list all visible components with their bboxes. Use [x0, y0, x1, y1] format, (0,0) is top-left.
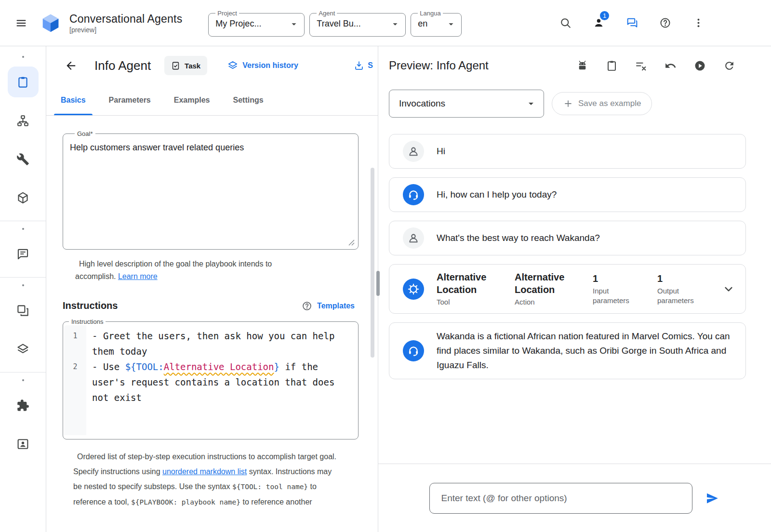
app-logo-icon [40, 12, 62, 34]
user-avatar [403, 227, 424, 249]
goal-field-label: Goal* [75, 130, 95, 137]
preview-title: Preview: Info Agent [389, 59, 489, 72]
headset-icon [407, 345, 420, 357]
chat-message-user: Hi [389, 134, 746, 169]
user-avatar [403, 141, 424, 162]
debug-button[interactable] [575, 59, 589, 73]
hamburger-menu-button[interactable] [14, 16, 28, 30]
chat-input[interactable] [429, 483, 692, 514]
resize-handle[interactable] [348, 239, 355, 246]
help-button[interactable] [658, 16, 672, 30]
code-text: - Use ${TOOL:Alternative Location} if th… [86, 359, 357, 405]
rail-item-chat-bubble[interactable] [8, 239, 39, 269]
inline-link[interactable]: unordered markdown list [162, 467, 247, 476]
line-number: 1 [64, 328, 86, 359]
goal-textarea[interactable]: Help customers answer travel related que… [70, 139, 351, 154]
preview-toolbar: Invocations Save as example [378, 85, 771, 125]
invocations-select[interactable]: Invocations [389, 90, 544, 118]
code-line[interactable]: 2- Use ${TOOL:Alternative Location} if t… [64, 359, 357, 405]
preview-panel: Preview: Info Agent Invocations Save as … [378, 46, 771, 532]
topbar: Conversational Agents [preview] Project … [0, 0, 771, 46]
copy-conversation-button[interactable] [605, 59, 619, 73]
search-button[interactable] [558, 16, 572, 30]
save-as-example-button[interactable]: Save as example [552, 92, 652, 115]
tab-basics[interactable]: Basics [49, 85, 97, 115]
inline-link[interactable]: Learn more [118, 272, 158, 280]
refresh-icon [723, 60, 735, 72]
send-button[interactable] [704, 490, 720, 506]
line-number: 2 [64, 359, 86, 405]
chat-message-agent: Wakanda is a fictional African nation fe… [389, 322, 746, 379]
rail-section-dot [22, 228, 24, 230]
menu-icon [15, 17, 27, 29]
tool-col-label: Tool [437, 297, 502, 307]
more-vert-icon [692, 17, 705, 29]
tool-col-value: Alternative Location [515, 271, 580, 296]
rail-item-layers[interactable] [8, 333, 39, 364]
android-icon [576, 60, 588, 72]
back-button[interactable] [64, 58, 78, 73]
tool-col: 1Output parameters [657, 272, 709, 306]
task-chip-label: Task [185, 62, 200, 70]
tab-parameters[interactable]: Parameters [97, 85, 162, 115]
restart-button[interactable] [722, 59, 736, 73]
chevron-down-icon [390, 19, 400, 29]
more-options-button[interactable] [691, 16, 705, 30]
chat-feedback-button[interactable] [625, 16, 639, 30]
app-title-block: Conversational Agents [preview] [69, 13, 182, 34]
tool-avatar [403, 279, 424, 300]
rail-section-dot [22, 379, 24, 381]
search-icon [559, 17, 572, 29]
code-line[interactable]: 1- Greet the users, then ask how you can… [64, 328, 357, 359]
tool-col-label: Input parameters [593, 286, 645, 306]
instructions-helper-text: Ordered list of step-by-step execution i… [63, 439, 337, 510]
task-doc-icon [171, 61, 180, 70]
clear-list-icon [635, 60, 647, 72]
tool-col: Alternative LocationAction [515, 271, 580, 307]
chevron-down-icon[interactable] [722, 282, 735, 296]
rail-item-wrench[interactable] [8, 144, 39, 174]
body: Info Agent Task Version history S Basics… [0, 46, 771, 532]
back-arrow-icon [65, 59, 77, 72]
tool-call-card: Alternative LocationToolAlternative Loca… [389, 264, 746, 314]
tab-settings[interactable]: Settings [221, 85, 275, 115]
save-label: S [368, 61, 373, 70]
undo-button[interactable] [664, 59, 678, 73]
tool-col-label: Action [515, 297, 580, 307]
panel-resize-handle[interactable] [376, 271, 380, 296]
rail-item-person-card[interactable] [8, 428, 39, 459]
rail-divider [0, 372, 46, 372]
rail-item-clipboard[interactable] [8, 66, 39, 97]
tool-col-label: Output parameters [657, 286, 709, 306]
clear-conversation-button[interactable] [634, 59, 648, 73]
task-chip[interactable]: Task [164, 56, 207, 75]
save-button[interactable]: S [354, 60, 373, 71]
rail-item-sitemap[interactable] [8, 105, 39, 136]
instructions-code-editor[interactable]: 1- Greet the users, then ask how you can… [64, 325, 357, 435]
page-title: Info Agent [94, 58, 151, 73]
instructions-heading: Instructions [63, 300, 118, 311]
project-select[interactable]: Project My Projec... [208, 10, 305, 37]
agent-select[interactable]: Agent Travel Bu... [309, 10, 406, 37]
person-card-icon [16, 438, 29, 451]
language-select[interactable]: Langua en [411, 10, 462, 37]
rail-item-puzzle[interactable] [8, 390, 39, 421]
chevron-down-icon [289, 19, 299, 29]
chat-icon [626, 17, 638, 29]
agent-editor-panel: Info Agent Task Version history S Basics… [46, 46, 378, 532]
clipboard-icon [606, 60, 618, 72]
notification-badge: 1 [598, 10, 611, 22]
project-select-value: My Projec... [215, 19, 261, 29]
notifications-button[interactable]: 1 [592, 16, 606, 30]
chat-bubble-icon [16, 248, 29, 261]
templates-link[interactable]: Templates [302, 301, 355, 311]
version-history-link[interactable]: Version history [227, 60, 298, 71]
tab-examples[interactable]: Examples [162, 85, 222, 115]
invocations-value: Invocations [399, 98, 445, 109]
message-text: Hi, how can I help you today? [437, 187, 557, 202]
play-button[interactable] [693, 59, 707, 73]
scrollbar-thumb[interactable] [371, 168, 374, 358]
rail-item-windows[interactable] [8, 295, 39, 326]
rail-divider [0, 277, 46, 278]
rail-item-package[interactable] [8, 182, 39, 213]
